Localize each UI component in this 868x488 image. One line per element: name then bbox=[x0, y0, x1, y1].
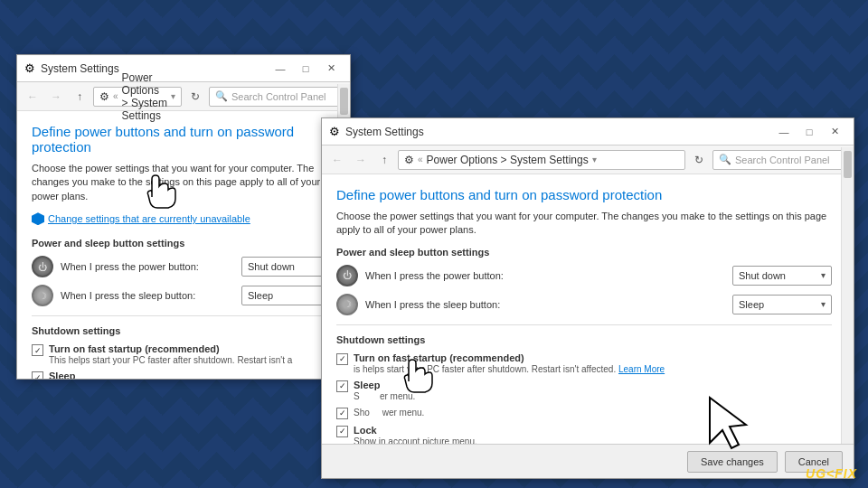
watermark: UG<FIX bbox=[806, 466, 857, 481]
fg-sleep-label: When I press the sleep button: bbox=[365, 299, 725, 310]
bg-divider bbox=[32, 315, 332, 316]
fg-scrollbar[interactable] bbox=[841, 147, 854, 444]
fg-shutdown-title: Shutdown settings bbox=[336, 334, 832, 345]
bg-nav-bar: ← → ↑ ⚙ « Power Options > System Setting… bbox=[17, 82, 350, 111]
bg-shield-icon bbox=[32, 212, 44, 225]
background-window: ⚙ System Settings — □ ✕ ← → ↑ ⚙ « Power … bbox=[16, 54, 351, 380]
fg-minimize-button[interactable]: — bbox=[772, 123, 796, 141]
fg-cb2-row: Sleep S er menu. bbox=[336, 380, 832, 401]
fg-search-bar: 🔍 Search Control Panel bbox=[712, 150, 848, 170]
bg-sleep-dropdown[interactable]: Sleep bbox=[241, 286, 332, 305]
bg-power-icon: ⏻ bbox=[32, 256, 53, 277]
bg-cb2[interactable] bbox=[32, 371, 43, 379]
bg-breadcrumb-arrow: ▾ bbox=[171, 91, 175, 101]
fg-sleep-row: ☽ When I press the sleep button: Sleep bbox=[336, 294, 832, 315]
fg-content: Define power buttons and turn on passwor… bbox=[322, 174, 854, 444]
fg-up-button[interactable]: ↑ bbox=[374, 150, 394, 170]
fg-learn-more[interactable]: Learn More bbox=[618, 364, 665, 374]
fg-power-icon: ⏻ bbox=[336, 265, 358, 286]
fg-cb3-sub: Sho wer menu. bbox=[354, 408, 424, 418]
fg-close-button[interactable]: ✕ bbox=[823, 123, 846, 141]
fg-search-placeholder: Search Control Panel bbox=[735, 155, 830, 165]
bg-page-desc: Choose the power settings that you want … bbox=[32, 162, 332, 203]
fg-cb3-content: Sho wer menu. bbox=[354, 407, 424, 418]
fg-cb2-sub: S er menu. bbox=[354, 391, 415, 401]
bg-window-icon: ⚙ bbox=[24, 61, 35, 75]
fg-cb1-label: Turn on fast startup (recommended) bbox=[354, 352, 665, 363]
fg-footer: Save changes Cancel bbox=[322, 444, 854, 478]
bg-change-link[interactable]: Change settings that are currently unava… bbox=[32, 212, 332, 225]
fg-back-button[interactable]: ← bbox=[327, 150, 347, 170]
fg-breadcrumb: ⚙ « Power Options > System Settings ▾ bbox=[398, 150, 685, 170]
fg-cb2-label: Sleep bbox=[354, 380, 415, 390]
bg-back-button[interactable]: ← bbox=[23, 87, 42, 107]
bg-section-power-title: Power and sleep button settings bbox=[32, 238, 332, 249]
bg-cb2-content: Sleep Show in Power menu. bbox=[49, 371, 137, 379]
bg-power-dropdown[interactable]: Shut down bbox=[241, 257, 332, 277]
fg-title-buttons: — □ ✕ bbox=[772, 123, 846, 141]
fg-cb1[interactable] bbox=[336, 353, 348, 365]
bg-search-icon: 🔍 bbox=[215, 90, 228, 102]
fg-cb2-content: Sleep S er menu. bbox=[354, 380, 415, 401]
fg-cb2[interactable] bbox=[336, 380, 348, 392]
bg-search-placeholder: Search Control Panel bbox=[231, 91, 326, 102]
fg-maximize-button[interactable]: □ bbox=[797, 123, 821, 141]
fg-cb4-row: Lock Show in account picture menu. bbox=[336, 425, 832, 444]
bg-breadcrumb: ⚙ « Power Options > System Settings ▾ bbox=[93, 87, 182, 107]
bg-breadcrumb-text: Power Options > System Settings bbox=[122, 71, 167, 122]
bg-shutdown-title: Shutdown settings bbox=[32, 325, 332, 336]
fg-search-icon: 🔍 bbox=[719, 154, 731, 165]
bg-breadcrumb-sep1: « bbox=[113, 91, 118, 101]
bg-title-bar: ⚙ System Settings — □ ✕ bbox=[17, 55, 350, 82]
fg-scrollbar-thumb[interactable] bbox=[844, 151, 852, 178]
bg-breadcrumb-icon: ⚙ bbox=[99, 90, 109, 103]
bg-up-button[interactable]: ↑ bbox=[70, 87, 90, 107]
fg-window-icon: ⚙ bbox=[329, 125, 340, 138]
bg-content: Define power buttons and turn on passwor… bbox=[17, 111, 350, 379]
fg-power-dropdown[interactable]: Shut down bbox=[732, 266, 832, 286]
bg-cb1-content: Turn on fast startup (recommended) This … bbox=[49, 343, 292, 365]
bg-search-bar: 🔍 Search Control Panel bbox=[209, 87, 344, 107]
fg-cb4-label: Lock bbox=[354, 425, 477, 436]
fg-title-bar: ⚙ System Settings — □ ✕ bbox=[322, 118, 854, 145]
fg-cb1-content: Turn on fast startup (recommended) is he… bbox=[354, 352, 665, 374]
bg-sleep-icon: ☽ bbox=[32, 285, 53, 306]
fg-save-button[interactable]: Save changes bbox=[687, 451, 778, 473]
bg-scrollbar-thumb[interactable] bbox=[340, 88, 348, 115]
fg-page-desc: Choose the power settings that you want … bbox=[336, 210, 832, 238]
fg-cb1-row: Turn on fast startup (recommended) is he… bbox=[336, 352, 832, 374]
fg-nav-bar: ← → ↑ ⚙ « Power Options > System Setting… bbox=[322, 145, 854, 174]
bg-cb1-label: Turn on fast startup (recommended) bbox=[49, 343, 292, 354]
bg-forward-button[interactable]: → bbox=[46, 87, 66, 107]
fg-power-label: When I press the power button: bbox=[365, 270, 725, 281]
fg-power-row: ⏻ When I press the power button: Shut do… bbox=[336, 265, 832, 286]
fg-cb4-sub: Show in account picture menu. bbox=[354, 436, 477, 444]
fg-breadcrumb-text: Power Options > System Settings bbox=[427, 154, 589, 166]
fg-sleep-dropdown[interactable]: Sleep bbox=[732, 295, 832, 314]
fg-sleep-icon: ☽ bbox=[336, 294, 358, 315]
fg-cb4-content: Lock Show in account picture menu. bbox=[354, 425, 477, 444]
fg-cb3[interactable] bbox=[336, 408, 348, 419]
bg-refresh-button[interactable]: ↻ bbox=[185, 87, 205, 107]
bg-sleep-row: ☽ When I press the sleep button: Sleep bbox=[32, 285, 332, 306]
fg-breadcrumb-arrow: ▾ bbox=[592, 155, 597, 164]
bg-power-label: When I press the power button: bbox=[61, 261, 234, 272]
fg-section-power-title: Power and sleep button settings bbox=[336, 247, 832, 258]
fg-cb4[interactable] bbox=[336, 426, 348, 437]
fg-forward-button[interactable]: → bbox=[351, 150, 371, 170]
fg-cb3-row: Sho wer menu. bbox=[336, 407, 832, 419]
bg-cb1-row: Turn on fast startup (recommended) This … bbox=[32, 343, 332, 365]
bg-power-row: ⏻ When I press the power button: Shut do… bbox=[32, 256, 332, 277]
fg-breadcrumb-icon: ⚙ bbox=[404, 154, 414, 166]
bg-cb1[interactable] bbox=[32, 344, 43, 356]
bg-cb2-row: Sleep Show in Power menu. bbox=[32, 371, 332, 379]
bg-title-buttons: — □ ✕ bbox=[269, 60, 343, 78]
bg-close-button[interactable]: ✕ bbox=[319, 60, 343, 78]
foreground-window: ⚙ System Settings — □ ✕ ← → ↑ ⚙ « Power … bbox=[321, 117, 854, 479]
fg-refresh-button[interactable]: ↻ bbox=[689, 150, 709, 170]
bg-cb2-label: Sleep bbox=[49, 371, 137, 379]
fg-window-title: System Settings bbox=[345, 126, 767, 138]
bg-minimize-button[interactable]: — bbox=[269, 60, 292, 78]
fg-breadcrumb-sep1: « bbox=[418, 155, 423, 164]
bg-maximize-button[interactable]: □ bbox=[294, 60, 317, 78]
